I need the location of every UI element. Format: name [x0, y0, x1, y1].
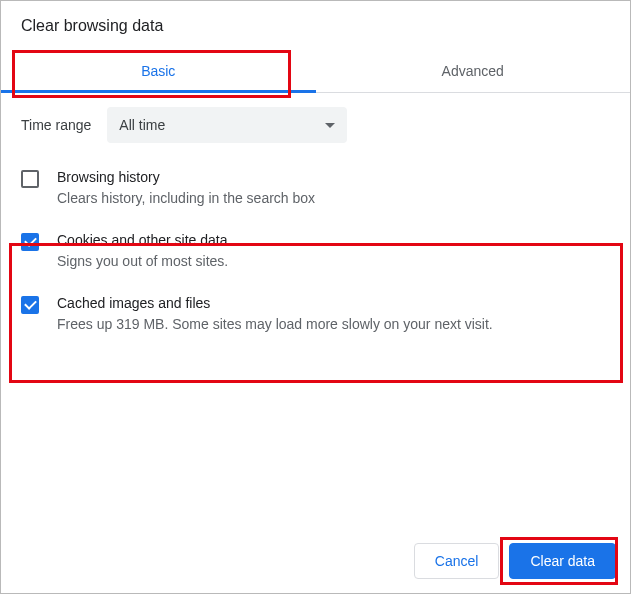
checkbox-browsing-history[interactable]: [21, 170, 39, 188]
dialog-footer: Cancel Clear data: [1, 529, 630, 593]
tab-basic[interactable]: Basic: [1, 49, 316, 92]
option-title: Cookies and other site data: [57, 232, 610, 248]
cancel-button[interactable]: Cancel: [414, 543, 500, 579]
time-range-select[interactable]: All time: [107, 107, 347, 143]
time-range-value: All time: [119, 117, 165, 133]
dialog-title: Clear browsing data: [1, 1, 630, 49]
option-cached: Cached images and files Frees up 319 MB.…: [21, 295, 610, 358]
option-text: Cookies and other site data Signs you ou…: [57, 232, 610, 271]
option-text: Browsing history Clears history, includi…: [57, 169, 610, 208]
checkbox-cached[interactable]: [21, 296, 39, 314]
checkbox-cookies[interactable]: [21, 233, 39, 251]
option-desc: Frees up 319 MB. Some sites may load mor…: [57, 315, 610, 334]
option-browsing-history: Browsing history Clears history, includi…: [21, 169, 610, 232]
option-text: Cached images and files Frees up 319 MB.…: [57, 295, 610, 334]
clear-data-button[interactable]: Clear data: [509, 543, 616, 579]
chevron-down-icon: [325, 123, 335, 128]
tab-advanced[interactable]: Advanced: [316, 49, 631, 92]
dialog-body: Time range All time Browsing history Cle…: [1, 93, 630, 358]
option-title: Cached images and files: [57, 295, 610, 311]
option-title: Browsing history: [57, 169, 610, 185]
clear-browsing-data-dialog: Clear browsing data Basic Advanced Time …: [0, 0, 631, 594]
option-cookies: Cookies and other site data Signs you ou…: [21, 232, 610, 295]
time-range-label: Time range: [21, 117, 91, 133]
option-desc: Signs you out of most sites.: [57, 252, 610, 271]
time-range-row: Time range All time: [21, 107, 610, 143]
option-desc: Clears history, including in the search …: [57, 189, 610, 208]
tab-bar: Basic Advanced: [1, 49, 630, 93]
